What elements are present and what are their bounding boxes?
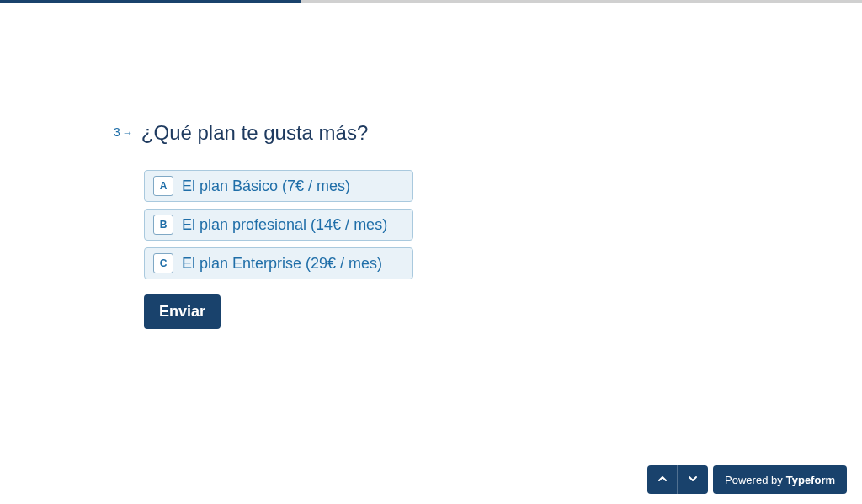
option-key: A: [153, 176, 173, 196]
option-c[interactable]: C El plan Enterprise (29€ / mes): [144, 247, 413, 279]
option-label: El plan profesional (14€ / mes): [182, 216, 387, 234]
nav-up-button[interactable]: [647, 465, 678, 494]
option-label: El plan Enterprise (29€ / mes): [182, 255, 382, 273]
arrow-right-icon: →: [122, 126, 133, 139]
powered-by-prefix: Powered by: [725, 474, 783, 486]
powered-by-brand: Typeform: [786, 474, 835, 486]
question-number: 3: [114, 125, 120, 139]
powered-by-badge[interactable]: Powered by Typeform: [713, 465, 847, 494]
option-b[interactable]: B El plan profesional (14€ / mes): [144, 209, 413, 241]
chevron-down-icon: [688, 473, 698, 486]
options-list: A El plan Básico (7€ / mes) B El plan pr…: [144, 170, 862, 279]
nav-down-button[interactable]: [678, 465, 708, 494]
question-marker: 3 →: [114, 125, 133, 139]
option-a[interactable]: A El plan Básico (7€ / mes): [144, 170, 413, 202]
submit-button[interactable]: Enviar: [144, 294, 221, 329]
question-row: 3 → ¿Qué plan te gusta más?: [114, 121, 862, 145]
progress-fill: [0, 0, 301, 3]
option-key: C: [153, 253, 173, 273]
chevron-up-icon: [657, 473, 668, 486]
footer: Powered by Typeform: [647, 465, 847, 494]
question-text: ¿Qué plan te gusta más?: [141, 121, 368, 145]
option-key: B: [153, 215, 173, 235]
progress-bar: [0, 0, 862, 3]
question-block: 3 → ¿Qué plan te gusta más? A El plan Bá…: [0, 3, 862, 329]
nav-buttons: [647, 465, 708, 494]
option-label: El plan Básico (7€ / mes): [182, 178, 350, 195]
